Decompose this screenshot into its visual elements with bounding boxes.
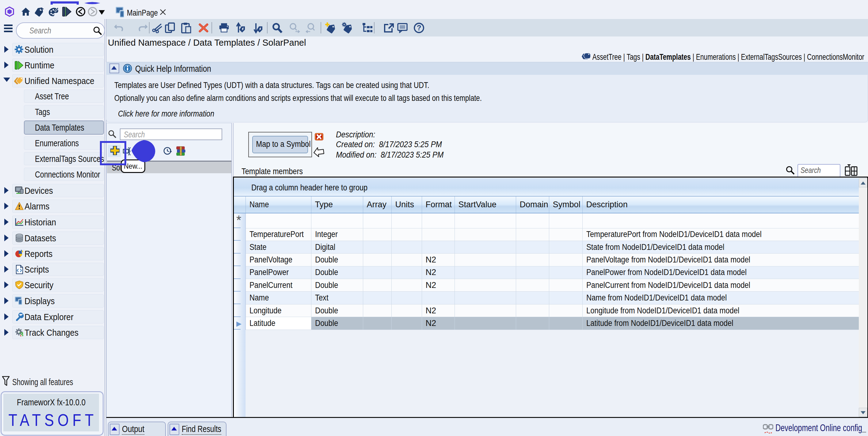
- svg-text:?: ?: [417, 24, 422, 32]
